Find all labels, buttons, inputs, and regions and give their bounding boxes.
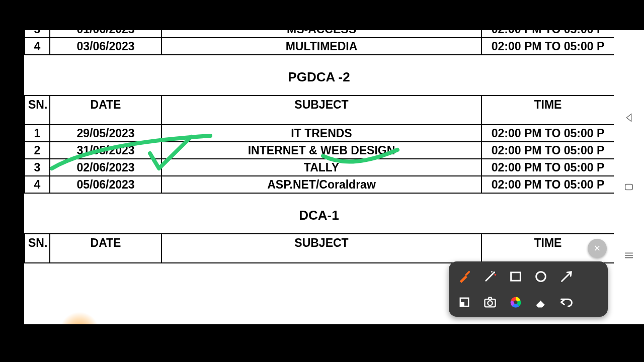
cell-sn: 4 xyxy=(25,176,50,193)
side-panel-menu-icon[interactable] xyxy=(622,248,636,262)
svg-rect-7 xyxy=(460,302,464,306)
table-row: 3 01/06/2023 MS-ACCESS 02:00 PM TO 05:00… xyxy=(25,30,614,38)
table-row: 1 29/05/2023 IT TRENDS 02:00 PM TO 05:00… xyxy=(25,125,614,142)
wand-tool[interactable] xyxy=(480,266,500,287)
toolbar-spacer xyxy=(582,266,602,287)
svg-point-9 xyxy=(488,301,492,305)
cell-sn: 4 xyxy=(25,38,50,55)
cell-subject: TALLY xyxy=(162,159,481,176)
rectangle-tool[interactable] xyxy=(506,266,526,287)
table-row: 3 02/06/2023 TALLY 02:00 PM TO 05:00 P xyxy=(25,159,614,176)
svg-point-5 xyxy=(536,272,546,281)
svg-rect-4 xyxy=(511,272,520,280)
svg-point-3 xyxy=(491,271,493,273)
schedule-table-dca1: SN. DATE SUBJECT TIME xyxy=(24,233,614,263)
brush-tool[interactable] xyxy=(454,266,474,287)
schedule-table-fragment: 3 01/06/2023 MS-ACCESS 02:00 PM TO 05:00… xyxy=(24,30,614,55)
cell-sn: 2 xyxy=(25,142,50,159)
col-subject: SUBJECT xyxy=(162,234,481,263)
close-toolbar-button[interactable]: × xyxy=(588,239,607,258)
annotation-toolbar xyxy=(449,261,608,317)
col-sn: SN. xyxy=(25,96,50,125)
cell-subject: IT TRENDS xyxy=(162,125,481,142)
cell-date: 31/05/2023 xyxy=(50,142,162,159)
side-panel-card-icon[interactable] xyxy=(622,180,636,194)
cell-time: 02:00 PM TO 05:00 P xyxy=(481,142,614,159)
color-picker-tool[interactable] xyxy=(506,292,526,312)
cell-time: 02:00 PM TO 05:00 P xyxy=(481,125,614,142)
cell-date: 03/06/2023 xyxy=(50,38,162,55)
cell-subject: ASP.NET/Coraldraw xyxy=(162,176,481,193)
cell-sn: 3 xyxy=(25,159,50,176)
svg-point-1 xyxy=(493,271,495,273)
device-side-panel xyxy=(614,30,644,324)
col-time: TIME xyxy=(481,96,614,125)
section-title: PGDCA -2 xyxy=(24,55,614,95)
col-date: DATE xyxy=(50,234,162,263)
cell-time: 02:00 PM TO 05:00 P xyxy=(481,159,614,176)
col-sn: SN. xyxy=(25,234,50,263)
cell-date: 05/06/2023 xyxy=(50,176,162,193)
cell-subject: MULTIMEDIA xyxy=(162,38,481,55)
col-date: DATE xyxy=(50,96,162,125)
svg-point-11 xyxy=(514,300,517,304)
table-row: 2 31/05/2023 INTERNET & WEB DESIGN 02:00… xyxy=(25,142,614,159)
table-row: 4 03/06/2023 MULTIMEDIA 02:00 PM TO 05:0… xyxy=(25,38,614,55)
svg-point-2 xyxy=(495,274,497,276)
crop-tool[interactable] xyxy=(454,292,474,312)
svg-rect-0 xyxy=(625,185,633,190)
section-title: DCA-1 xyxy=(24,194,614,233)
col-subject: SUBJECT xyxy=(162,96,481,125)
undo-tool[interactable] xyxy=(556,292,577,312)
table-row: 4 05/06/2023 ASP.NET/Coraldraw 02:00 PM … xyxy=(25,176,614,193)
cell-date: 29/05/2023 xyxy=(50,125,162,142)
camera-tool[interactable] xyxy=(480,292,500,312)
table-header-row: SN. DATE SUBJECT TIME xyxy=(25,96,614,125)
close-icon: × xyxy=(594,242,601,255)
schedule-table-pgdca2: SN. DATE SUBJECT TIME 1 29/05/2023 IT TR… xyxy=(24,95,614,194)
circle-tool[interactable] xyxy=(531,266,551,287)
cell-time: 02:00 PM TO 05:00 P xyxy=(481,176,614,193)
cell-subject: INTERNET & WEB DESIGN xyxy=(162,142,481,159)
side-panel-back-icon[interactable] xyxy=(622,111,636,125)
cell-sn: 1 xyxy=(25,125,50,142)
table-header-row: SN. DATE SUBJECT TIME xyxy=(25,234,614,263)
letterbox-left xyxy=(0,30,24,324)
letterbox-top xyxy=(0,0,644,30)
arrow-tool[interactable] xyxy=(556,266,577,287)
cell-time: 02:00 PM TO 05:00 P xyxy=(481,30,614,38)
cell-sn: 3 xyxy=(25,30,50,38)
cell-subject: MS-ACCESS xyxy=(162,30,481,38)
letterbox-bottom xyxy=(0,324,644,362)
touch-indicator-icon xyxy=(59,312,100,324)
eraser-tool[interactable] xyxy=(531,292,551,312)
cell-time: 02:00 PM TO 05:00 P xyxy=(481,38,614,55)
cell-date: 01/06/2023 xyxy=(50,30,162,38)
toolbar-spacer xyxy=(582,292,602,312)
cell-date: 02/06/2023 xyxy=(50,159,162,176)
